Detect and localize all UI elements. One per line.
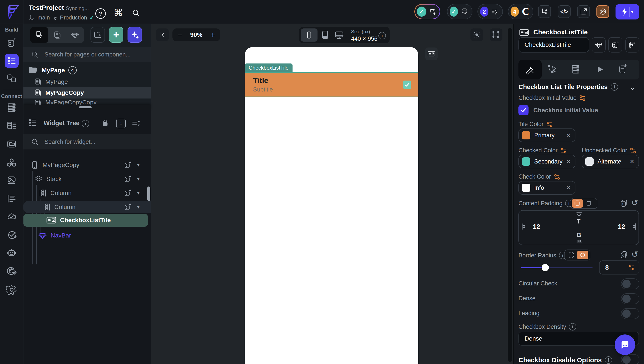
padding-bottom-value[interactable]: B: [577, 232, 581, 238]
lock-icon[interactable]: [101, 119, 109, 127]
set-from-variable-icon[interactable]: [554, 174, 560, 180]
checked-color-chip[interactable]: Secondary ✕: [518, 155, 575, 168]
padding-top-icon[interactable]: [576, 212, 582, 216]
tree-sort-icon[interactable]: [131, 119, 141, 128]
nav-settings[interactable]: [5, 283, 19, 297]
nav-integrations[interactable]: [5, 156, 19, 170]
nav-tests[interactable]: [5, 228, 19, 242]
padding-bottom-icon[interactable]: [576, 240, 582, 244]
set-from-variable-icon[interactable]: [560, 147, 567, 154]
radius-all-mode[interactable]: [577, 250, 588, 259]
tree-node-page[interactable]: MyPageCopy ▾: [23, 159, 151, 171]
disable-options-toggle[interactable]: [621, 354, 639, 364]
page-row[interactable]: MyPage: [23, 76, 151, 87]
tree-node-column[interactable]: Column ▾: [23, 187, 151, 199]
run-options-chevron[interactable]: ▾: [631, 9, 633, 15]
issues-pill[interactable]: 2: [477, 4, 503, 19]
convert-to-component-button[interactable]: [592, 37, 606, 52]
tree-scrollbar-thumb[interactable]: [147, 186, 150, 201]
clear-color-button[interactable]: ✕: [566, 184, 571, 192]
canvas-settings-button[interactable]: [490, 28, 502, 41]
padding-left-value[interactable]: 12: [533, 223, 540, 230]
light-mode-toggle-button[interactable]: [470, 28, 483, 41]
radius-corners-mode[interactable]: [565, 250, 577, 259]
tab-actions[interactable]: [547, 64, 557, 74]
info-icon[interactable]: i: [611, 83, 618, 90]
slider-thumb[interactable]: [542, 264, 549, 271]
radius-slider[interactable]: [521, 264, 592, 271]
tab-properties-active[interactable]: [518, 60, 542, 80]
command-menu-button[interactable]: ⌘: [114, 7, 123, 18]
tab-pages-and-components[interactable]: [30, 27, 48, 43]
section-collapse-chevron[interactable]: ⌄: [630, 84, 635, 91]
add-child-widget-button[interactable]: [124, 189, 132, 197]
search-button[interactable]: [131, 8, 141, 18]
size-info-icon[interactable]: i: [379, 32, 386, 40]
dense-toggle[interactable]: [621, 293, 639, 304]
page-folder-row[interactable]: MyPage 4: [23, 64, 151, 76]
padding-right-icon[interactable]: [633, 223, 636, 230]
add-child-widget-button[interactable]: [124, 175, 132, 183]
panel-resize-strip[interactable]: [23, 105, 151, 110]
padding-top-value[interactable]: T: [577, 218, 580, 225]
widget-name-input[interactable]: [518, 37, 589, 52]
tile-color-chip[interactable]: Primary ✕: [518, 128, 575, 142]
widget-search-input[interactable]: [44, 138, 141, 146]
collapse-chevron[interactable]: ▾: [137, 176, 140, 182]
nav-cloud-functions[interactable]: [5, 210, 19, 224]
tree-node-checkboxlisttile-selected[interactable]: CheckboxListTile: [23, 214, 148, 227]
radius-value-field[interactable]: 8: [599, 260, 639, 274]
zoom-in-button[interactable]: +: [211, 31, 215, 39]
nav-files[interactable]: [5, 137, 19, 151]
info-icon[interactable]: i: [569, 323, 576, 330]
nav-media-assets[interactable]: [5, 173, 19, 187]
zoom-out-button[interactable]: −: [178, 31, 182, 39]
initial-value-checkbox[interactable]: [518, 105, 528, 115]
tab-components[interactable]: [66, 27, 84, 43]
padding-sides-mode[interactable]: [572, 199, 583, 208]
set-from-variable-icon[interactable]: [546, 121, 553, 128]
set-from-variable-icon[interactable]: [630, 147, 636, 154]
flutterflow-logo[interactable]: [5, 4, 21, 21]
tile-checkbox[interactable]: [403, 80, 411, 89]
nav-page-selector[interactable]: [5, 54, 19, 68]
nav-database[interactable]: [5, 101, 19, 115]
clear-color-button[interactable]: ✕: [566, 158, 571, 165]
pages-search-input[interactable]: [44, 51, 141, 58]
padding-left-icon[interactable]: [521, 223, 525, 230]
padding-all-mode[interactable]: [583, 199, 594, 208]
tab-animations[interactable]: [595, 65, 604, 75]
code-view-button[interactable]: </>: [558, 5, 571, 18]
branch-row[interactable]: main Production ✓: [29, 14, 94, 21]
copy-radius-button[interactable]: C: [620, 250, 628, 259]
review-status-pill[interactable]: ✓: [414, 4, 440, 19]
padding-right-value[interactable]: 12: [618, 223, 625, 230]
widget-quick-button[interactable]: [425, 48, 438, 60]
add-child-widget-button[interactable]: [124, 161, 132, 169]
tab-documentation[interactable]: [617, 64, 627, 74]
add-child-widget-button[interactable]: [124, 203, 132, 211]
tree-node-stack[interactable]: Stack ▾: [23, 173, 151, 185]
collapse-panel-button[interactable]: [156, 28, 169, 41]
nav-ai-agent[interactable]: [5, 246, 19, 260]
circular-check-toggle[interactable]: [621, 278, 639, 289]
copy-padding-button[interactable]: C: [620, 199, 628, 208]
nav-data-types[interactable]: [5, 119, 19, 133]
device-phone-button[interactable]: [301, 28, 317, 42]
checkbox-list-tile-widget[interactable]: Title Subtitle: [245, 72, 418, 97]
clear-color-button[interactable]: ✕: [566, 132, 571, 139]
add-widget-button[interactable]: [608, 37, 622, 52]
tree-node-navbar[interactable]: NavBar: [23, 230, 151, 242]
resize-handle[interactable]: [79, 106, 92, 108]
nav-components[interactable]: [5, 71, 19, 85]
tab-backend[interactable]: [571, 64, 581, 74]
add-page-button[interactable]: +: [109, 27, 123, 43]
nav-add-widget[interactable]: [5, 36, 19, 50]
add-folder-button[interactable]: [91, 27, 105, 43]
nav-theme[interactable]: [5, 264, 19, 278]
comments-pill[interactable]: ✓: [447, 4, 472, 19]
branch-button[interactable]: [538, 5, 551, 18]
help-button[interactable]: ?: [95, 8, 106, 19]
project-name[interactable]: TestProject: [29, 4, 64, 12]
tab-pages[interactable]: [48, 27, 66, 43]
